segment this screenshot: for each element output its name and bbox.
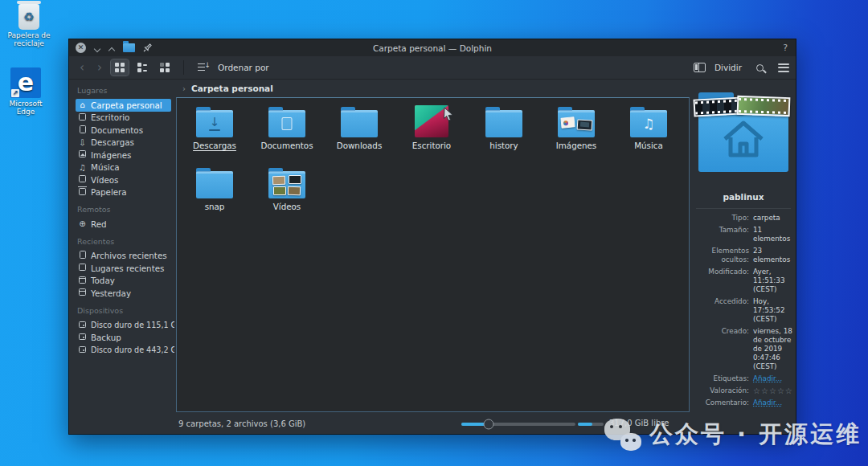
pin-icon[interactable] <box>143 40 152 55</box>
file-item-downloads[interactable]: Downloads <box>323 103 395 164</box>
sidebar-item-papelera[interactable]: Papelera <box>76 186 171 199</box>
sort-by-button[interactable] <box>194 59 213 76</box>
help-button[interactable]: ? <box>783 43 788 53</box>
compact-view-button[interactable] <box>133 59 151 76</box>
info-value: carpeta <box>753 214 793 223</box>
info-label: Modificado: <box>696 268 749 294</box>
desktop-background: ♻ Papelera de reciclaje e↗ Microsoft Edg… <box>0 0 868 466</box>
hamburger-menu-icon[interactable] <box>778 63 789 72</box>
sidebar-item-red[interactable]: ⊕Red <box>76 218 171 231</box>
rating-stars[interactable]: ☆☆☆☆☆ <box>753 386 793 395</box>
section-title-lugares: Lugares <box>77 86 171 95</box>
file-item-documentos[interactable]: Documentos <box>251 103 323 164</box>
download-icon: ⇩ <box>78 138 87 147</box>
cursor-arrow-icon <box>442 107 455 121</box>
watermark: 公众号 · 开源运维 <box>604 419 862 451</box>
toolbar: ‹ › Ordenar por Dividir <box>69 56 796 80</box>
info-label: Tamaño: <box>696 226 749 243</box>
chevron-down-icon[interactable] <box>94 45 100 51</box>
recycle-bin-icon: ♻ <box>18 4 39 30</box>
info-value: 11 elementos <box>753 226 793 243</box>
add-tags-link[interactable]: Añadir... <box>753 374 793 383</box>
info-value: viernes, 18 de octubre de 2019 0:47:46 (… <box>753 327 793 371</box>
home-folder-preview-icon <box>698 100 788 172</box>
image-icon <box>78 150 87 159</box>
breadcrumb-current[interactable]: Carpeta personal <box>191 84 273 93</box>
sidebar-item-backup[interactable]: Backup <box>76 331 171 344</box>
file-item-imagenes[interactable]: Imágenes <box>540 103 612 164</box>
file-item-musica[interactable]: ♫ Música <box>612 103 685 164</box>
home-icon: ⌂ <box>78 100 87 109</box>
add-comment-link[interactable]: Añadir... <box>753 399 793 407</box>
info-label: Elementos ocultos: <box>696 247 749 264</box>
sidebar-item-disco-115[interactable]: Disco duro de 115,1 GiB <box>76 319 171 332</box>
sort-icon <box>198 63 209 72</box>
file-item-escritorio[interactable]: Escritorio <box>395 103 468 164</box>
file-item-snap[interactable]: snap <box>178 164 251 225</box>
hard-drive-icon <box>78 345 87 354</box>
filmstrip-thumbnail-icon <box>737 96 791 117</box>
sidebar-item-archivos-recientes[interactable]: Archivos recientes <box>76 250 171 263</box>
sidebar-item-today[interactable]: Today <box>76 275 171 288</box>
info-value: 23 elementos <box>753 247 793 264</box>
sidebar-item-descargas[interactable]: ⇩Descargas <box>76 137 171 149</box>
section-title-recientes: Recientes <box>77 237 171 246</box>
file-item-history[interactable]: history <box>468 103 540 164</box>
close-button[interactable]: ✕ <box>76 43 86 53</box>
folder-downloads-arrow-icon: ↓ <box>196 110 233 137</box>
information-panel: pablinux Tipo: carpeta Tamaño: 11 elemen… <box>691 80 796 414</box>
sidebar-item-lugares-recientes[interactable]: Lugares recientes <box>76 262 171 275</box>
forward-button[interactable]: › <box>93 62 106 74</box>
split-button[interactable] <box>690 59 710 76</box>
zoom-slider[interactable] <box>461 423 575 426</box>
details-view-button[interactable] <box>156 59 174 76</box>
breadcrumb[interactable]: › Carpeta personal <box>174 80 691 97</box>
sidebar-item-disco-443[interactable]: Disco duro de 443,2 GiB <box>76 344 171 357</box>
folder-icon <box>485 110 522 137</box>
folder-icon <box>341 110 378 137</box>
titlebar[interactable]: ✕ Carpeta personal — Dolphin ? <box>69 39 796 56</box>
chevron-up-icon[interactable] <box>108 45 115 51</box>
info-folder-name: pablinux <box>696 187 791 208</box>
info-label: Creado: <box>696 327 749 371</box>
hard-drive-icon <box>78 321 87 329</box>
file-item-videos[interactable]: Vídeos <box>251 164 323 225</box>
file-view[interactable]: ↓ Descargas Documentos Downloads <box>176 97 690 412</box>
sidebar-item-carpeta-personal[interactable]: ⌂Carpeta personal <box>76 99 171 112</box>
sidebar-item-escritorio[interactable]: Escritorio <box>76 112 171 125</box>
sidebar-item-imagenes[interactable]: Imágenes <box>76 149 171 161</box>
trash-icon <box>78 188 87 197</box>
sidebar-item-videos[interactable]: Vídeos <box>76 174 171 186</box>
wechat-icon <box>604 419 641 451</box>
status-summary: 9 carpetas, 2 archivos (3,6 GiB) <box>178 419 305 428</box>
split-label[interactable]: Dividir <box>714 63 742 72</box>
desktop-icon-microsoft-edge[interactable]: e↗ Microsoft Edge <box>0 67 51 116</box>
sidebar-item-yesterday[interactable]: Yesterday <box>76 287 171 300</box>
breadcrumb-arrow-icon: › <box>182 84 186 93</box>
info-label: Accedido: <box>696 297 749 324</box>
sidebar-item-musica[interactable]: ♫Música <box>76 161 171 174</box>
back-button[interactable]: ‹ <box>76 62 88 74</box>
watermark-text: 公众号 · 开源运维 <box>649 419 862 451</box>
toolbar-separator <box>183 60 184 75</box>
backup-drive-icon <box>78 333 87 341</box>
desktop-icon-label: Papelera de reciclaje <box>3 31 55 47</box>
desktop-icon-label: Microsoft Edge <box>0 100 51 116</box>
file-item-descargas[interactable]: ↓ Descargas <box>178 103 251 164</box>
search-icon[interactable] <box>756 64 764 72</box>
sidebar-item-documentos[interactable]: Documentos <box>76 124 171 137</box>
desktop-icon-recycle-bin[interactable]: ♻ Papelera de reciclaje <box>3 4 55 47</box>
zoom-slider-handle[interactable] <box>484 419 494 430</box>
music-icon: ♫ <box>78 163 87 172</box>
sort-by-label[interactable]: Ordenar por <box>218 63 269 72</box>
window-title: Carpeta personal — Dolphin <box>69 43 796 53</box>
disk-capacity-bar <box>578 423 604 426</box>
video-icon <box>78 175 87 184</box>
monitor-icon <box>78 113 87 122</box>
icons-view-button[interactable] <box>111 59 129 76</box>
info-value: Hoy, 17:53:52 (CEST) <box>753 297 793 324</box>
disk-capacity-fill <box>578 423 592 426</box>
recent-places-icon <box>78 264 87 272</box>
document-icon <box>78 125 87 135</box>
shortcut-arrow-icon: ↗ <box>11 89 19 97</box>
